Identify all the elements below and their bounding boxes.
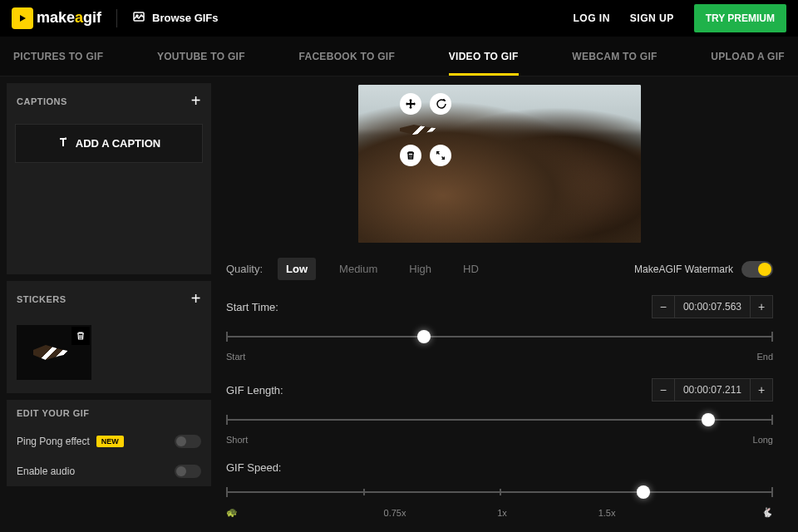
rabbit-icon: 🐇 bbox=[761, 507, 773, 518]
stickers-panel: STICKERS + bbox=[7, 281, 211, 393]
audio-label: Enable audio bbox=[17, 466, 75, 477]
divider bbox=[116, 9, 117, 27]
new-badge: NEW bbox=[96, 436, 124, 447]
logo[interactable]: makeagif bbox=[12, 7, 101, 29]
gif-speed-label: GIF Speed: bbox=[226, 461, 281, 474]
captions-panel: CAPTIONS + ADD A CAPTION bbox=[7, 83, 211, 274]
gif-length-slider[interactable] bbox=[226, 411, 773, 428]
image-icon bbox=[132, 10, 145, 26]
browse-label: Browse GIFs bbox=[152, 12, 218, 24]
tab-video[interactable]: VIDEO TO GIF bbox=[449, 37, 519, 76]
audio-toggle[interactable] bbox=[175, 465, 201, 478]
delete-sticker-button[interactable] bbox=[71, 327, 90, 345]
tab-webcam[interactable]: WEBCAM TO GIF bbox=[572, 37, 657, 76]
gif-length-label: GIF Length: bbox=[226, 384, 283, 397]
rotate-icon[interactable] bbox=[430, 93, 451, 115]
edit-title: EDIT YOUR GIF bbox=[17, 408, 90, 418]
watermark-toggle[interactable] bbox=[741, 261, 773, 278]
speed-075: 0.75x bbox=[384, 508, 406, 518]
gif-length-value: 00:00:07.211 bbox=[674, 379, 751, 401]
pingpong-toggle[interactable] bbox=[175, 435, 201, 448]
sticker-thumb[interactable] bbox=[17, 325, 91, 380]
quality-low[interactable]: Low bbox=[278, 258, 316, 280]
quality-high[interactable]: High bbox=[401, 258, 440, 280]
logo-icon bbox=[12, 7, 33, 29]
long-label: Long bbox=[753, 435, 773, 445]
add-sticker-icon[interactable]: + bbox=[191, 289, 201, 308]
quality-medium[interactable]: Medium bbox=[331, 258, 386, 280]
try-premium-button[interactable]: TRY PREMIUM bbox=[694, 4, 786, 32]
stickers-title: STICKERS bbox=[17, 294, 66, 304]
watermark-label: MakeAGIF Watermark bbox=[634, 264, 733, 275]
edit-gif-panel: EDIT YOUR GIF Ping Pong effect NEW Enabl… bbox=[7, 400, 211, 486]
add-caption-icon[interactable]: + bbox=[191, 91, 201, 111]
video-preview[interactable] bbox=[358, 85, 641, 243]
start-time-minus[interactable]: − bbox=[653, 296, 674, 318]
pingpong-label: Ping Pong effect bbox=[17, 436, 90, 447]
start-time-label: Start Time: bbox=[226, 301, 278, 313]
text-icon bbox=[57, 136, 69, 150]
speed-1x: 1x bbox=[497, 508, 507, 518]
start-label: Start bbox=[226, 352, 245, 362]
gif-length-plus[interactable]: + bbox=[751, 379, 772, 401]
start-time-slider[interactable] bbox=[226, 328, 773, 345]
start-time-value: 00:00:07.563 bbox=[674, 296, 751, 318]
tab-upload[interactable]: UPLOAD A GIF bbox=[711, 37, 785, 76]
login-link[interactable]: LOG IN bbox=[573, 12, 609, 24]
signup-link[interactable]: SIGN UP bbox=[630, 12, 674, 24]
eagle-sticker bbox=[33, 340, 75, 365]
tab-pictures[interactable]: PICTURES TO GIF bbox=[13, 37, 103, 76]
browse-gifs-link[interactable]: Browse GIFs bbox=[132, 10, 218, 26]
gif-speed-slider[interactable] bbox=[226, 484, 773, 500]
delete-icon[interactable] bbox=[400, 145, 421, 166]
add-caption-label: ADD A CAPTION bbox=[76, 137, 160, 150]
short-label: Short bbox=[226, 435, 248, 445]
quality-hd[interactable]: HD bbox=[455, 258, 487, 280]
add-caption-button[interactable]: ADD A CAPTION bbox=[15, 124, 203, 163]
move-icon[interactable] bbox=[400, 93, 421, 115]
captions-title: CAPTIONS bbox=[17, 96, 67, 106]
tab-facebook[interactable]: FACEBOOK TO GIF bbox=[298, 37, 395, 76]
quality-label: Quality: bbox=[226, 263, 263, 275]
speed-15x: 1.5x bbox=[598, 508, 616, 518]
logo-text: makeagif bbox=[37, 9, 101, 27]
gif-length-minus[interactable]: − bbox=[653, 379, 674, 401]
resize-icon[interactable] bbox=[430, 145, 451, 166]
tab-youtube[interactable]: YOUTUBE TO GIF bbox=[157, 37, 245, 76]
start-time-plus[interactable]: + bbox=[751, 296, 772, 318]
turtle-icon: 🐢 bbox=[226, 507, 238, 518]
end-label: End bbox=[756, 352, 773, 362]
